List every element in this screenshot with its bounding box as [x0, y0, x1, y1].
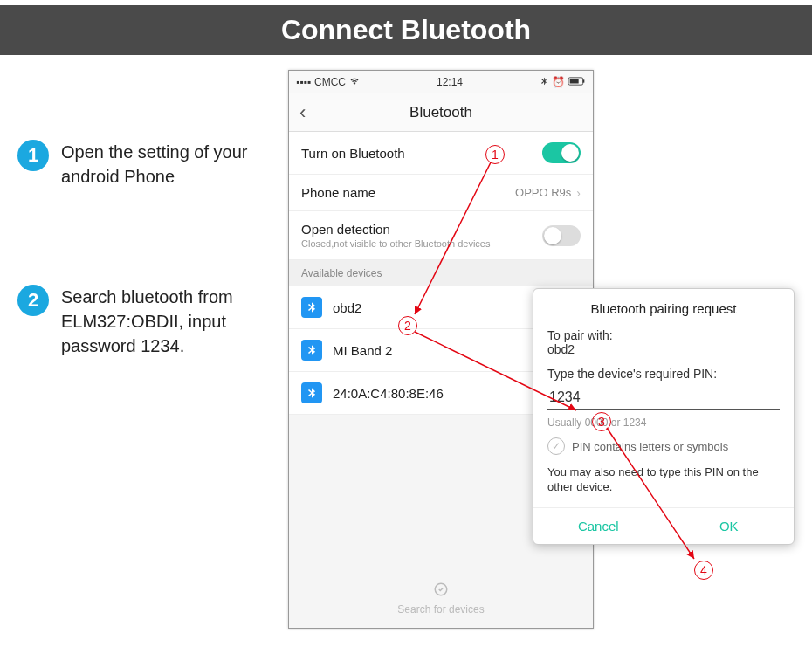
dialog-title: Bluetooth pairing request — [547, 301, 780, 316]
pin-prompt: Type the device's required PIN: — [547, 367, 780, 381]
callout-marker-4: 4 — [694, 561, 713, 580]
ok-button[interactable]: OK — [664, 508, 795, 544]
bluetooth-icon — [301, 340, 322, 361]
row-label: Open detection — [301, 222, 542, 237]
pairing-dialog: Bluetooth pairing request To pair with: … — [533, 288, 795, 545]
step-1: 1 Open the setting of your android Phone — [17, 140, 279, 189]
step-text: Open the setting of your android Phone — [61, 140, 279, 189]
row-subtitle: Closed,not visible to other Bluetooth de… — [301, 238, 542, 249]
back-button[interactable]: ‹ — [299, 101, 306, 124]
svg-rect-1 — [583, 79, 585, 82]
battery-icon — [568, 76, 586, 88]
bluetooth-status-icon — [540, 76, 548, 89]
signal-icon: ▪▪▪▪ — [296, 76, 311, 88]
step-number-badge: 2 — [17, 285, 49, 316]
wifi-icon — [349, 76, 360, 89]
row-label: Phone name — [301, 185, 515, 200]
cancel-button[interactable]: Cancel — [533, 508, 664, 544]
step-2: 2 Search bluetooth from ELM327:OBDII, in… — [17, 285, 279, 358]
footer-label: Search for devices — [397, 603, 484, 616]
nav-bar: ‹ Bluetooth — [289, 93, 593, 132]
row-label: Turn on Bluetooth — [301, 146, 542, 161]
screen-title: Bluetooth — [289, 104, 593, 121]
search-devices-footer[interactable]: Search for devices — [289, 569, 593, 628]
callout-marker-2: 2 — [398, 316, 417, 335]
callout-marker-1: 1 — [485, 145, 505, 164]
detection-toggle[interactable] — [542, 225, 581, 246]
checkbox-icon[interactable]: ✓ — [547, 437, 565, 455]
pin-letters-checkbox-row[interactable]: ✓ PIN contains letters or symbols — [547, 437, 780, 455]
section-available-devices: Available devices — [289, 260, 593, 286]
bluetooth-icon — [301, 382, 322, 403]
status-bar: ▪▪▪▪ CMCC 12:14 ⏰ — [289, 71, 593, 93]
phone-name-value: OPPO R9s — [515, 186, 571, 199]
refresh-icon — [289, 582, 593, 602]
alarm-icon: ⏰ — [552, 76, 565, 88]
pin-hint: Usually 0000 or 1234 — [547, 416, 780, 429]
bluetooth-toggle[interactable] — [542, 142, 581, 163]
row-turn-on-bluetooth[interactable]: Turn on Bluetooth — [289, 132, 593, 175]
step-number-badge: 1 — [17, 140, 49, 171]
checkbox-label: PIN contains letters or symbols — [572, 440, 728, 453]
chevron-right-icon: › — [576, 186, 581, 200]
page-title: Connect Bluetooth — [0, 5, 812, 55]
svg-rect-2 — [570, 79, 579, 84]
bluetooth-icon — [301, 297, 322, 318]
step-text: Search bluetooth from ELM327:OBDII, inpu… — [61, 285, 279, 358]
pair-with-label: To pair with: — [547, 328, 780, 342]
carrier-label: CMCC — [314, 76, 346, 88]
row-open-detection[interactable]: Open detection Closed,not visible to oth… — [289, 211, 593, 260]
pin-input[interactable]: 1234 — [547, 386, 780, 410]
row-phone-name[interactable]: Phone name OPPO R9s › — [289, 175, 593, 211]
callout-marker-3: 3 — [592, 412, 611, 431]
instructions-panel: 1 Open the setting of your android Phone… — [17, 140, 279, 454]
clock-label: 12:14 — [437, 76, 463, 88]
pair-with-value: obd2 — [547, 342, 780, 356]
dialog-note: You may also need to type this PIN on th… — [547, 465, 780, 495]
